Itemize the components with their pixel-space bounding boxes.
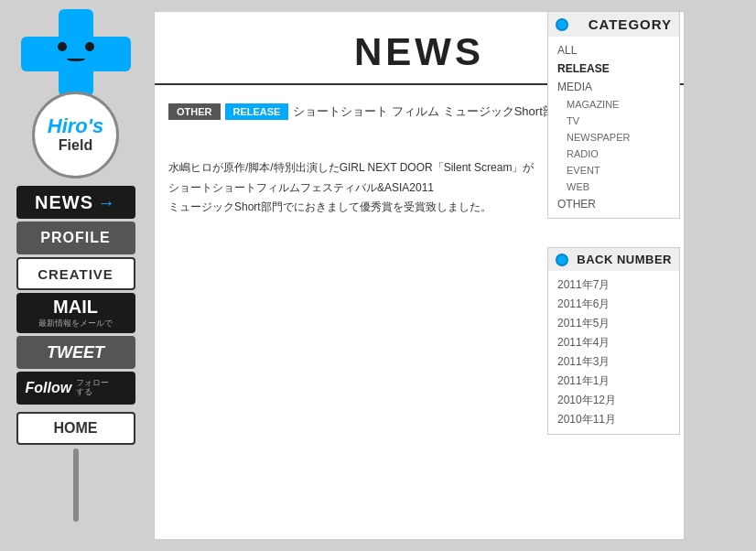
plus-logo-icon: [21, 9, 131, 101]
category-list: ALLRELEASEMEDIAMAGAZINETVNEWSPAPERRADIOE…: [548, 37, 679, 218]
logo-hiro: Hiro's: [48, 116, 103, 136]
backnumber-item[interactable]: 2010年11月: [548, 410, 679, 429]
nav-home-label: HOME: [54, 420, 98, 437]
category-item[interactable]: WEB: [548, 178, 679, 195]
tag-other[interactable]: OTHER: [168, 103, 221, 120]
backnumber-item[interactable]: 2011年6月: [548, 295, 679, 314]
category-item[interactable]: MEDIA: [548, 78, 679, 96]
nav-mail-button[interactable]: MAIL 最新情報をメールで: [16, 293, 135, 333]
nav-news-button[interactable]: NEWS →: [16, 186, 135, 219]
backnumber-item[interactable]: 2011年1月: [548, 372, 679, 391]
category-item[interactable]: NEWSPAPER: [548, 129, 679, 146]
backnumber-item[interactable]: 2011年5月: [548, 314, 679, 333]
backnumber-item[interactable]: 2010年12月: [548, 391, 679, 410]
backnumber-pin-icon: [556, 254, 568, 266]
backnumber-box: BACK NUMBER 2011年7月2011年6月2011年5月2011年4月…: [547, 247, 680, 435]
category-pin-icon: [556, 18, 568, 31]
nav-news-label: NEWS: [35, 192, 93, 213]
eye-left-icon: [58, 42, 67, 51]
category-item[interactable]: MAGAZINE: [548, 96, 679, 113]
nav-creative-button[interactable]: CREATIVE: [16, 257, 135, 290]
nav-profile-button[interactable]: PROFILE: [16, 221, 135, 254]
category-item[interactable]: RADIO: [548, 146, 679, 162]
category-header: CATEGORY: [548, 12, 679, 37]
backnumber-header: BACK NUMBER: [548, 248, 679, 271]
sidebar: Hiro's Field NEWS → PROFILE CREATIVE MAI…: [0, 0, 151, 551]
nav-mail-label: MAIL: [53, 297, 98, 318]
backnumber-item[interactable]: 2011年3月: [548, 352, 679, 372]
backnumber-item[interactable]: 2011年4月: [548, 333, 679, 352]
backnumber-list: 2011年7月2011年6月2011年5月2011年4月2011年3月2011年…: [548, 271, 679, 434]
logo[interactable]: Hiro's Field: [32, 92, 119, 178]
nav-home-button[interactable]: HOME: [16, 412, 135, 445]
mouth-icon: [67, 57, 85, 61]
category-item[interactable]: EVENT: [548, 162, 679, 178]
nav-signs: NEWS → PROFILE CREATIVE MAIL 最新情報をメールで T…: [7, 186, 145, 445]
nav-profile-label: PROFILE: [40, 230, 110, 246]
nav-follow-button[interactable]: Follow フォローする: [16, 372, 135, 405]
nav-creative-label: CREATIVE: [38, 266, 113, 282]
pole-decoration: [73, 448, 79, 522]
category-item[interactable]: RELEASE: [548, 59, 679, 78]
nav-news-arrow-icon: →: [97, 192, 116, 213]
category-box: CATEGORY ALLRELEASEMEDIAMAGAZINETVNEWSPA…: [547, 11, 680, 219]
category-item[interactable]: ALL: [548, 41, 679, 59]
logo-field: Field: [59, 136, 92, 154]
eye-right-icon: [85, 42, 94, 51]
nav-follow-label: Follow: [26, 380, 72, 396]
category-item[interactable]: OTHER: [548, 195, 679, 213]
nav-tweet-label: TWEET: [47, 343, 104, 362]
nav-follow-jp: フォローする: [76, 379, 109, 397]
category-title: CATEGORY: [589, 16, 672, 32]
backnumber-title: BACK NUMBER: [577, 253, 672, 266]
category-item[interactable]: TV: [548, 113, 679, 129]
nav-mail-sublabel: 最新情報をメールで: [38, 318, 113, 330]
tag-release[interactable]: RELEASE: [225, 103, 289, 120]
backnumber-item[interactable]: 2011年7月: [548, 276, 679, 295]
nav-tweet-button[interactable]: TWEET: [16, 336, 135, 369]
